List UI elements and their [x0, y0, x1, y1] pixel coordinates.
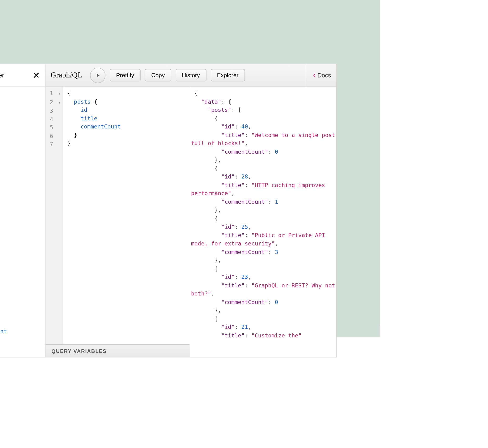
explorer-field[interactable]: mediaItemCount: [0, 252, 42, 260]
explorer-field[interactable]: categories: [0, 110, 42, 119]
graphiql-block: Explorer ✕ queryMyQuery capabilitiescate…: [0, 64, 337, 357]
explorer-field[interactable]: myComment: [0, 294, 42, 302]
graphiql-explorer-panel: Explorer ✕ queryMyQuery capabilitiescate…: [0, 64, 46, 357]
explorer-field[interactable]: comments: [0, 160, 42, 168]
explorer-field[interactable]: myComments: [0, 311, 42, 319]
explorer-button[interactable]: Explorer: [211, 69, 245, 81]
explorer-field[interactable]: capabilities: [0, 102, 42, 110]
explorer-field[interactable]: menu: [0, 269, 42, 277]
explorer-field[interactable]: commentCount: [0, 152, 42, 160]
query-editor[interactable]: 1 ▾2 ▾3 4 5 6 7 { posts { id title comme…: [46, 87, 190, 357]
explorer-field[interactable]: me: [0, 235, 42, 244]
graphiql-toolbar: GraphiQL Prettify Copy History Explorer …: [46, 64, 336, 87]
editor-canvas: Posts widget Explorer ✕ queryMyQuery cap…: [0, 0, 380, 337]
explorer-field[interactable]: id: [0, 202, 42, 210]
execute-button[interactable]: [90, 67, 105, 83]
explorer-field[interactable]: customPost: [0, 168, 42, 177]
docs-button[interactable]: ‹Docs: [306, 64, 331, 86]
explorer-field[interactable]: category: [0, 119, 42, 127]
history-button[interactable]: History: [175, 69, 206, 81]
explorer-field[interactable]: loggedInUserID: [0, 227, 42, 235]
explorer-field[interactable]: mediaItems: [0, 260, 42, 269]
query-variables-header[interactable]: QUERY VARIABLES: [46, 344, 190, 357]
copy-button[interactable]: Copy: [145, 69, 171, 81]
explorer-field[interactable]: myPost: [0, 344, 42, 352]
explorer-field[interactable]: globalID: [0, 193, 42, 202]
explorer-field[interactable]: categoryNames: [0, 135, 42, 144]
explorer-field[interactable]: myPostCount: [0, 352, 42, 357]
explorer-field[interactable]: imageSizeNames: [0, 210, 42, 218]
explorer-field[interactable]: customPostCount: [0, 177, 42, 185]
graphiql-logo: GraphiQL: [50, 71, 82, 80]
explorer-field[interactable]: menus: [0, 286, 42, 294]
explorer-field[interactable]: myCustomPostCount: [0, 327, 42, 336]
explorer-field[interactable]: myCustomPosts: [0, 336, 42, 344]
explorer-field[interactable]: isUserLoggedIn: [0, 218, 42, 227]
prettify-button[interactable]: Prettify: [110, 69, 140, 81]
close-icon[interactable]: ✕: [33, 70, 40, 80]
explorer-field[interactable]: mediaItem: [0, 244, 42, 252]
explorer-field[interactable]: myCommentCount: [0, 302, 42, 311]
explorer-field[interactable]: menuCount: [0, 277, 42, 286]
explorer-field[interactable]: customPosts: [0, 185, 42, 193]
explorer-field[interactable]: categoryCount: [0, 127, 42, 135]
result-pane: { "data": { "posts": [ { "id": 40, "titl…: [190, 87, 336, 357]
explorer-field[interactable]: comment: [0, 144, 42, 152]
explorer-field[interactable]: myCustomPost: [0, 319, 42, 327]
explorer-title: Explorer: [0, 72, 4, 79]
